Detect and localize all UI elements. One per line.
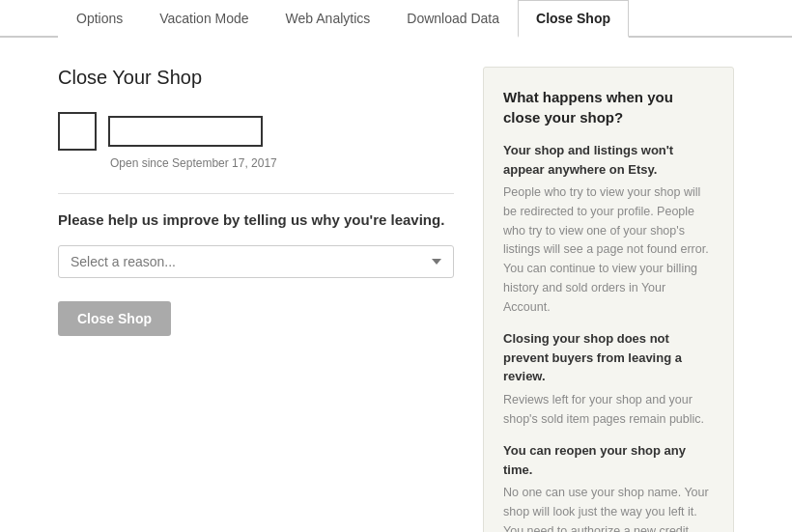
page-wrapper: Options Vacation Mode Web Analytics Down…: [0, 0, 792, 532]
left-panel: Close Your Shop Open since September 17,…: [58, 67, 454, 532]
info-block-2-bold: Closing your shop does not prevent buyer…: [503, 329, 714, 386]
divider: [58, 193, 454, 194]
tab-options[interactable]: Options: [58, 0, 141, 38]
info-block-3: You can reopen your shop any time. No on…: [503, 441, 714, 532]
tab-vacation-mode[interactable]: Vacation Mode: [141, 0, 267, 38]
close-shop-button[interactable]: Close Shop: [58, 301, 171, 336]
page-title: Close Your Shop: [58, 67, 454, 89]
info-block-2-normal: Reviews left for your shop and your shop…: [503, 393, 704, 426]
info-block-3-normal: No one can use your shop name. Your shop…: [503, 486, 709, 532]
info-block-3-bold: You can reopen your shop any time.: [503, 441, 714, 479]
right-panel: What happens when you close your shop? Y…: [483, 67, 734, 532]
sidebar-title: What happens when you close your shop?: [503, 87, 714, 127]
shop-name-input[interactable]: [108, 116, 263, 147]
info-block-1-bold: Your shop and listings won't appear anyw…: [503, 141, 714, 179]
info-block-1-normal: People who try to view your shop will be…: [503, 185, 709, 314]
open-since-label: Open since September 17, 2017: [110, 156, 454, 170]
tabs-nav: Options Vacation Mode Web Analytics Down…: [0, 0, 792, 38]
shop-identity: [58, 112, 454, 151]
info-block-1: Your shop and listings won't appear anyw…: [503, 141, 714, 316]
tab-download-data[interactable]: Download Data: [388, 0, 518, 38]
tab-close-shop[interactable]: Close Shop: [518, 0, 629, 38]
info-block-2: Closing your shop does not prevent buyer…: [503, 329, 714, 428]
reason-dropdown[interactable]: Select a reason... I'm not making enough…: [58, 245, 454, 278]
help-text: Please help us improve by telling us why…: [58, 211, 454, 228]
tab-web-analytics[interactable]: Web Analytics: [268, 0, 389, 38]
main-content: Close Your Shop Open since September 17,…: [0, 67, 792, 532]
shop-icon: [58, 112, 97, 151]
